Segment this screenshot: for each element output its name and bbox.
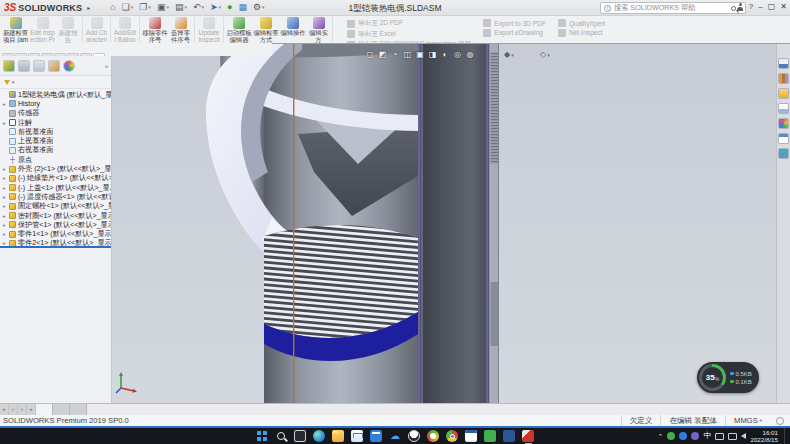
previous-view-icon[interactable]: ◔ [390,50,400,60]
taskbar-clock[interactable]: 16:01 2022/8/15 [750,429,778,444]
save-icon[interactable]: ▣ [157,3,169,12]
menu-flyout-icon[interactable]: ▸ [87,4,90,11]
tab-mbd[interactable] [67,53,79,56]
tree-item-front-plane[interactable]: 前视基准面 [0,127,111,136]
tab-cam[interactable] [80,53,92,56]
display-settings-icon[interactable]: ▦ [239,3,248,12]
add-edit-balloons-button[interactable]: Add/Edit Balloons [114,17,140,43]
usage-gauge[interactable]: 35% [699,364,726,391]
zoom-area-icon[interactable]: ◩ [378,50,388,60]
tree-item-sensors[interactable]: 传感器 [0,109,111,118]
volume-tray-icon[interactable] [741,433,746,439]
new-report-button[interactable]: 新建报告 [57,17,83,43]
hud-flyout-1[interactable]: ◆ ▾ [504,50,514,59]
tree-item-component[interactable]: 零件1<1> (默认<<默认>_显示状态 [0,229,111,238]
store-icon[interactable] [370,430,382,442]
export-edrawing-button[interactable]: Export eDrawing [483,29,546,37]
tree-item-component[interactable]: 零件2<1> (默认<<默认>_显示状态 [0,239,111,246]
highlighted-edge[interactable] [293,44,294,403]
edit-inspection-project-button[interactable]: Edit Inspection Project [30,17,56,43]
solidworks-resources-icon[interactable] [778,58,789,69]
user-account-icon[interactable] [737,3,744,12]
tab-scroll-button[interactable]: « [0,404,9,415]
edit-operation-button[interactable]: 编辑操作 [280,17,306,43]
undo-icon[interactable]: ↶ [193,3,204,12]
input-tray-icon[interactable] [691,432,699,440]
tab-3d-views[interactable] [53,404,70,415]
tree-item-top-plane[interactable]: 上视基准面 [0,136,111,145]
ime-indicator[interactable]: 中 [703,432,711,440]
antivirus-tray-icon[interactable] [667,432,675,440]
tab-scroll-button[interactable]: › [18,404,27,415]
tab-evaluate[interactable] [41,53,53,56]
design-library-icon[interactable] [778,73,789,84]
select-icon[interactable]: ➤ [210,3,221,12]
graphics-area[interactable]: ◻◩◔◫▣◨◐◎◍ ◆ ▾ ◇ ▾ 35% 0.5KB 0.1KB [112,44,776,403]
close-button[interactable]: ✕ [780,2,787,12]
tree-item-right-plane[interactable]: 右视基准面 [0,146,111,155]
tree-item-component[interactable]: 外壳 (2)<1> (默认<<默认>_显示状 [0,164,111,173]
panel-tabs-overflow-icon[interactable]: » [105,63,108,69]
tree-item-origin[interactable]: ┼ 原点 [0,155,111,164]
help-button[interactable]: ? [749,2,753,12]
start-button[interactable] [257,431,267,441]
rebuild-icon[interactable]: ● [227,3,232,12]
dimxpert-manager-tab[interactable] [48,60,60,72]
view-palette-icon[interactable] [778,103,789,114]
show-desktop-button[interactable] [784,428,786,444]
units-selector[interactable]: MMGS▾ [725,415,770,426]
edge-icon[interactable] [313,430,325,442]
update-inspection-project-button[interactable]: Update Inspection Project [198,17,224,43]
tree-item-component[interactable]: 固定螺栓<1> (默认<<默认>_显示 [0,202,111,211]
mail-icon[interactable] [351,430,363,442]
launch-template-editor-button[interactable]: 启动模板编辑器 [226,17,252,43]
file-explorer-icon[interactable] [332,430,344,442]
select-balloons-button[interactable]: 选择零件序号 [169,17,195,43]
search-box[interactable]: i 搜索 SOLIDWORKS 帮助 ▾ [600,2,746,14]
outer-tube[interactable] [418,44,499,403]
task-view-button[interactable] [294,430,306,442]
search-icon[interactable] [731,6,736,11]
tree-item-annotations[interactable]: 注解 [0,118,111,127]
instant3d-icon[interactable]: ◆ [504,50,510,59]
tab-model[interactable] [36,404,53,415]
tree-item-history[interactable]: History [0,99,111,108]
tree-item-component[interactable]: (-) 绝缘垫片<1> (默认<<默认>_显 [0,174,111,183]
export-excel-button[interactable]: 导出至 Excel [347,30,471,39]
filter-caret-icon[interactable]: ▾ [12,79,15,85]
new-document-icon[interactable]: ❏ [122,3,134,12]
tab-assembly[interactable] [2,53,14,56]
search-scope-icon[interactable]: i [604,5,611,12]
hud-flyout-2[interactable]: ◇ ▾ [540,50,550,59]
solidworks-icon[interactable] [522,430,534,442]
feedback-globe-icon[interactable] [776,417,784,425]
keyboard-tray-icon[interactable] [715,433,724,440]
tab-inspection[interactable] [93,53,105,56]
tab-sketch[interactable] [28,53,40,56]
section-view-icon[interactable]: ◫ [403,50,413,60]
tab-motion-study[interactable] [70,404,87,415]
view-orientation-icon[interactable]: ▣ [415,50,425,60]
chevron-down-icon[interactable]: ▾ [511,52,514,58]
restore-button[interactable]: ▢ [768,2,776,12]
notes-icon[interactable] [465,430,477,442]
open-icon[interactable]: ❐ [139,3,151,12]
wps-icon[interactable] [484,430,496,442]
display-style-icon[interactable]: ◨ [428,50,438,60]
appearances-scenes-icon[interactable] [778,118,789,129]
secure-browser-icon[interactable] [427,430,439,442]
new-inspection-project-button[interactable]: 新建检查项目 (amp;N) [3,17,29,43]
net-inspect-button[interactable]: Net-Inspect [558,29,605,37]
edit-actual-method-button[interactable]: 编辑实方 [307,17,333,43]
tab-addins[interactable] [54,53,66,56]
configuration-manager-tab[interactable] [33,60,45,72]
chrome-icon[interactable] [446,430,458,442]
cloud-tray-icon[interactable] [679,432,687,440]
monitor-tray-icon[interactable] [728,433,737,440]
tree-item-component[interactable]: 密封圈<1> (默认<<默认>_显示状 [0,211,111,220]
file-explorer-icon[interactable] [778,88,789,99]
tree-item-component[interactable]: 保护管<1> (默认<<默认>_显示状 [0,220,111,229]
forum-icon[interactable] [778,148,789,159]
view-settings-flyout-icon[interactable]: ◇ [540,50,546,59]
zoom-fit-icon[interactable]: ◻ [365,50,375,60]
